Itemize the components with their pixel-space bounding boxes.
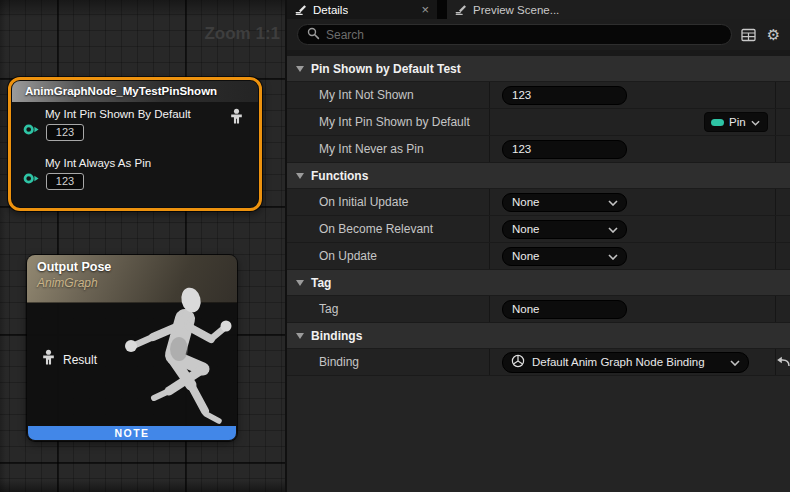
node-note-banner[interactable]: NOTE	[28, 426, 236, 440]
chevron-down-icon	[608, 223, 618, 235]
pin-label: My Int Pin Shown By Default	[45, 108, 191, 120]
pose-input-pin-icon[interactable]	[41, 349, 56, 370]
tab-details[interactable]: Details ×	[287, 0, 437, 19]
reset-to-default-icon[interactable]	[776, 353, 790, 371]
int-pin-icon[interactable]	[23, 171, 40, 189]
zoom-level-label: Zoom 1:1	[204, 24, 280, 44]
collapse-arrow-icon[interactable]	[296, 280, 304, 286]
details-tab-icon	[295, 3, 307, 17]
binding-dropdown[interactable]: Default Anim Graph Node Binding	[502, 352, 749, 373]
mannequin-run-image	[107, 283, 237, 432]
pin-visibility-dropdown[interactable]: Pin	[704, 112, 768, 132]
section-header-pin-shown-by-default-test[interactable]: Pin Shown by Default Test	[287, 56, 790, 82]
anim-graph-canvas[interactable]: Zoom 1:1 AnimGraphNode_MyTestPinShown My…	[0, 0, 285, 492]
pin-capsule-icon	[711, 119, 724, 126]
section-header-bindings[interactable]: Bindings	[287, 323, 790, 349]
pose-output-pin-icon[interactable]	[229, 108, 244, 129]
details-toolbar: ⚙	[287, 19, 790, 50]
node-title: Output Pose	[37, 260, 237, 274]
property-row-my-int-pin-shown-by-default: My Int Pin Shown by Default Pin	[287, 109, 790, 136]
unreal-animgraph-editor: Zoom 1:1 AnimGraphNode_MyTestPinShown My…	[0, 0, 790, 492]
property-row-binding: Binding Default Anim Graph Node Binding	[287, 349, 790, 376]
node-pin-area: My Int Pin Shown By Default 123 My Int A…	[12, 102, 258, 207]
property-row-on-initial-update: On Initial Update None	[287, 189, 790, 216]
tab-label: Details	[313, 4, 348, 16]
view-options-icon[interactable]	[740, 26, 757, 43]
result-pin[interactable]: Result	[41, 349, 97, 370]
collapse-arrow-icon[interactable]	[296, 66, 304, 72]
search-box[interactable]	[297, 24, 732, 45]
chevron-down-icon	[751, 116, 760, 128]
search-input[interactable]	[326, 28, 722, 42]
chevron-down-icon	[608, 250, 618, 262]
section-header-tag[interactable]: Tag	[287, 270, 790, 296]
collapse-arrow-icon[interactable]	[296, 173, 304, 179]
int-pin-icon[interactable]	[23, 122, 40, 140]
section-header-functions[interactable]: Functions	[287, 163, 790, 189]
property-row-on-update: On Update None	[287, 243, 790, 270]
int-value-input[interactable]: 123	[502, 140, 627, 159]
pin-default-value-input[interactable]: 123	[46, 124, 84, 141]
tab-label: Preview Scene...	[473, 4, 559, 16]
function-dropdown[interactable]: None	[502, 193, 627, 212]
pin-default-value-input[interactable]: 123	[46, 173, 84, 190]
property-row-my-int-never-as-pin: My Int Never as Pin 123	[287, 136, 790, 163]
search-icon	[307, 26, 320, 44]
property-row-my-int-not-shown: My Int Not Shown 123	[287, 82, 790, 109]
close-tab-icon[interactable]: ×	[421, 3, 429, 16]
chevron-down-icon	[730, 356, 740, 368]
details-panel: Details × Preview Scene... ⚙	[285, 0, 790, 492]
tab-preview-scene[interactable]: Preview Scene...	[447, 0, 790, 19]
pin-label: My Int Always As Pin	[45, 157, 151, 169]
property-row-on-become-relevant: On Become Relevant None	[287, 216, 790, 243]
property-row-tag: Tag None	[287, 296, 790, 323]
collapse-arrow-icon[interactable]	[296, 333, 304, 339]
node-title[interactable]: AnimGraphNode_MyTestPinShown	[12, 81, 258, 102]
result-pin-label: Result	[63, 353, 97, 367]
panel-tab-bar: Details × Preview Scene...	[287, 0, 790, 19]
node-animgraphnode-mytestpinshown[interactable]: AnimGraphNode_MyTestPinShown My Int Pin …	[8, 77, 262, 211]
function-dropdown[interactable]: None	[502, 220, 627, 239]
int-value-input[interactable]: 123	[502, 86, 627, 105]
settings-gear-icon[interactable]: ⚙	[765, 26, 782, 43]
function-dropdown[interactable]: None	[502, 247, 627, 266]
tag-text-input[interactable]: None	[502, 300, 627, 319]
node-output-pose[interactable]: Output Pose AnimGraph	[27, 255, 237, 441]
node-body: AnimGraphNode_MyTestPinShown My Int Pin …	[12, 81, 258, 207]
binding-class-icon	[511, 354, 525, 370]
chevron-down-icon	[608, 196, 618, 208]
property-list: Pin Shown by Default Test My Int Not Sho…	[287, 56, 790, 492]
preview-scene-tab-icon	[455, 3, 467, 17]
